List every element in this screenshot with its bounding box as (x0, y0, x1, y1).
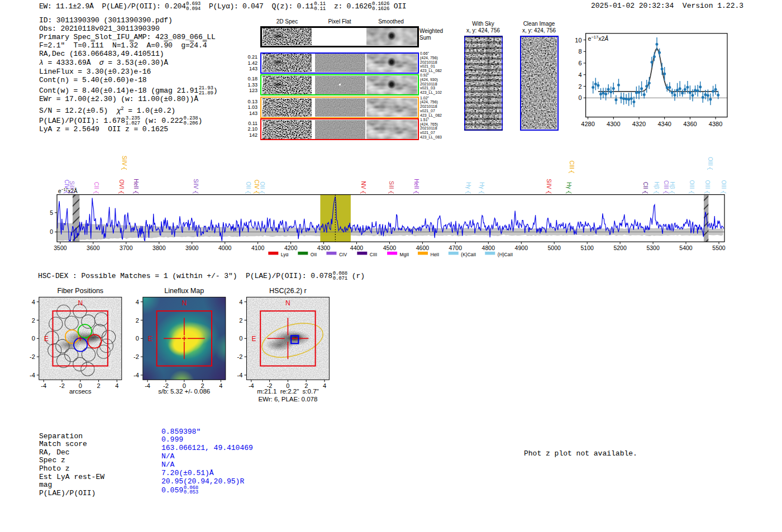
svg-text:4: 4 (578, 71, 581, 78)
svg-text:2: 2 (97, 382, 101, 389)
svg-text:OII: OII (311, 252, 317, 257)
svg-text:OIII: OIII (707, 157, 713, 166)
svg-text:4: 4 (219, 382, 222, 389)
svg-text:10: 10 (575, 37, 581, 44)
svg-text:-4: -4 (249, 382, 254, 389)
svg-text:SiIV: SiIV (546, 179, 552, 189)
svg-text:E: E (44, 335, 49, 343)
svg-text:N: N (285, 299, 290, 307)
svg-text:Fiber Positions: Fiber Positions (57, 287, 103, 295)
svg-text:4000: 4000 (218, 245, 232, 251)
svg-text:OIII: OIII (721, 180, 727, 189)
svg-text:4: 4 (32, 299, 35, 305)
svg-text:0: 0 (239, 335, 242, 342)
svg-text:CIII: CIII (663, 180, 669, 189)
svg-text:HSC(26.2) r: HSC(26.2) r (269, 287, 307, 295)
svg-text:5000: 5000 (548, 245, 561, 251)
svg-text:-4: -4 (41, 382, 46, 389)
svg-text:4500: 4500 (383, 245, 397, 251)
svg-text:4900: 4900 (515, 245, 528, 251)
svg-text:3800: 3800 (152, 245, 166, 251)
svg-text:5500: 5500 (712, 245, 726, 251)
svg-text:Hβ: Hβ (669, 182, 675, 189)
svg-text:4300: 4300 (317, 245, 331, 251)
svg-text:-4: -4 (237, 372, 243, 378)
svg-text:-2: -2 (133, 353, 139, 360)
svg-text:arcsecs: arcsecs (69, 388, 92, 395)
svg-text:HeII: HeII (431, 252, 440, 257)
svg-text:-4: -4 (30, 372, 35, 378)
svg-text:5300: 5300 (646, 245, 660, 251)
svg-text:6: 6 (578, 60, 581, 66)
svg-text:OIII: OIII (704, 180, 711, 189)
svg-text:5100: 5100 (581, 245, 594, 251)
svg-text:SiIV: SiIV (121, 156, 127, 166)
svg-text:4320: 4320 (632, 121, 646, 127)
svg-text:0: 0 (50, 228, 53, 235)
svg-text:-2: -2 (237, 353, 243, 360)
svg-text:Hγ: Hγ (465, 182, 471, 189)
svg-text:8: 8 (578, 48, 581, 55)
svg-text:3700: 3700 (120, 245, 133, 251)
svg-text:5400: 5400 (679, 245, 693, 251)
svg-text:4280: 4280 (581, 121, 594, 127)
svg-text:CIII: CIII (569, 160, 575, 169)
svg-text:0: 0 (136, 335, 139, 342)
svg-text:N: N (182, 299, 187, 307)
svg-text:2: 2 (239, 317, 242, 324)
svg-text:4360: 4360 (683, 121, 697, 127)
svg-text:(K)CaII: (K)CaII (461, 252, 476, 257)
svg-text:3900: 3900 (185, 245, 199, 251)
svg-text:4600: 4600 (416, 245, 430, 251)
svg-text:m:21.1 re:2.2" s:0.7": m:21.1 re:2.2" s:0.7" (257, 388, 318, 395)
svg-text:4380: 4380 (709, 121, 722, 127)
svg-text:Hβ: Hβ (654, 182, 660, 189)
svg-text:SiII: SiII (388, 181, 394, 189)
svg-text:4700: 4700 (449, 245, 462, 251)
svg-text:OVI: OVI (118, 179, 125, 189)
svg-text:Hγ: Hγ (566, 182, 572, 189)
svg-text:4: 4 (115, 382, 118, 389)
svg-text:HeII: HeII (133, 179, 139, 189)
svg-text:Lyα: Lyα (281, 252, 289, 257)
svg-text:5: 5 (50, 209, 53, 216)
svg-text:4: 4 (136, 299, 139, 305)
svg-text:4800: 4800 (482, 245, 495, 251)
svg-text:4300: 4300 (607, 121, 620, 127)
svg-text:CII: CII (642, 182, 649, 189)
svg-text:HeII: HeII (413, 179, 419, 189)
svg-text:3600: 3600 (87, 245, 100, 251)
svg-text:4100: 4100 (251, 245, 265, 251)
svg-text:2: 2 (578, 83, 581, 90)
svg-text:CIV: CIV (339, 252, 347, 257)
svg-text:CIV: CIV (64, 180, 70, 189)
svg-text:s/b: 5.32 +/- 0.086: s/b: 5.32 +/- 0.086 (158, 388, 210, 395)
svg-text:4200: 4200 (284, 245, 298, 251)
svg-text:5200: 5200 (613, 245, 627, 251)
svg-text:0: 0 (32, 335, 35, 342)
svg-text:4400: 4400 (350, 245, 364, 251)
svg-text:2: 2 (136, 317, 139, 324)
svg-text:OIII: OIII (689, 180, 695, 189)
svg-text:4: 4 (323, 382, 326, 389)
svg-text:N: N (78, 299, 83, 307)
svg-text:-4: -4 (133, 372, 139, 378)
svg-text:OII: OII (259, 181, 265, 189)
svg-text:EWr: 6, PLAE: 0.078: EWr: 6, PLAE: 0.078 (258, 396, 317, 402)
svg-text:SiIV: SiIV (193, 179, 199, 189)
svg-text:-2: -2 (59, 382, 65, 389)
svg-text:e−17x2Å: e−17x2Å (588, 35, 609, 42)
svg-text:(H)CaII: (H)CaII (498, 252, 513, 257)
svg-text:SiII: SiII (69, 181, 75, 189)
svg-text:CIII: CIII (370, 252, 377, 257)
svg-text:OII: OII (245, 181, 251, 189)
svg-text:CIV: CIV (254, 180, 260, 189)
svg-text:NV: NV (360, 181, 366, 189)
svg-text:E: E (148, 335, 152, 343)
svg-text:E: E (251, 335, 256, 343)
svg-text:Hγ: Hγ (479, 182, 485, 189)
svg-text:MgII: MgII (400, 252, 409, 257)
svg-text:CII: CII (93, 182, 99, 189)
svg-text:3500: 3500 (54, 245, 67, 251)
svg-text:Lineflux Map: Lineflux Map (164, 287, 204, 295)
